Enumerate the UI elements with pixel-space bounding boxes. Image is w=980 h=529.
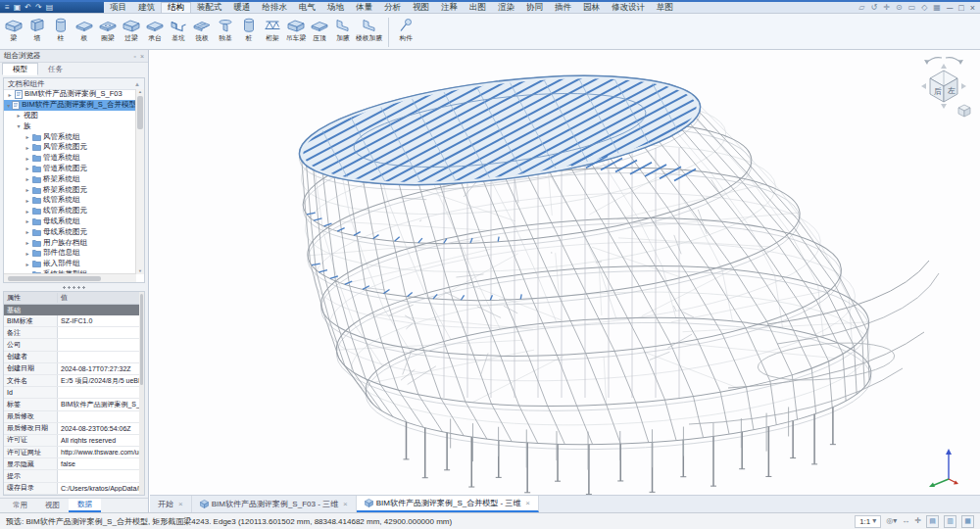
document-tab-2[interactable]: BIM软件产品测评案例_S_合并模型 - 三维× xyxy=(357,496,539,512)
ribbon-tab-7[interactable]: 电气 xyxy=(293,2,321,13)
properties-scrollbar[interactable] xyxy=(139,292,144,495)
ribbon-tab-8[interactable]: 场地 xyxy=(321,2,350,13)
ribbon-button-slab-7[interactable]: 承台 xyxy=(143,16,167,43)
tree-item[interactable]: ▸管道系统组 xyxy=(4,153,136,164)
property-row[interactable]: 许可证网址http://www.thsware.com/uebim/ xyxy=(4,447,144,458)
tree-item[interactable]: ▸线管系统图元 xyxy=(4,206,136,216)
section-tool-icon[interactable]: ◇ xyxy=(921,3,927,13)
ribbon-button-pile-10[interactable]: 独基 xyxy=(214,16,237,43)
tree-item[interactable]: ▸用户族存档组 xyxy=(4,237,136,248)
scrollbar-thumb[interactable] xyxy=(8,276,101,281)
pin-icon[interactable]: ▫ xyxy=(133,53,135,60)
restore-icon[interactable]: □ xyxy=(958,3,963,13)
ribbon-tab-2[interactable]: 建筑 xyxy=(132,2,161,13)
ribbon-button-truss-12[interactable]: 桁架 xyxy=(261,16,284,43)
chevron-right-icon[interactable]: ▸ xyxy=(7,91,13,98)
ribbon-tab-4[interactable]: 装配式 xyxy=(191,2,228,13)
cube-up-arrow-icon[interactable] xyxy=(941,64,947,69)
chevron-right-icon[interactable]: ▸ xyxy=(24,217,30,224)
orbit-tool-icon[interactable]: ↺ xyxy=(871,3,878,13)
ribbon-tab-1[interactable]: 项目 xyxy=(104,2,132,13)
ribbon-tab-9[interactable]: 体量 xyxy=(350,2,378,13)
viewport-canvas[interactable]: 后 左 xyxy=(150,50,980,495)
ribbon-button-wall-2[interactable]: 墙 xyxy=(25,16,49,43)
scroll-up-icon[interactable]: ▲ xyxy=(138,89,142,95)
mini-cube-icon[interactable] xyxy=(958,105,970,117)
ribbon-tab-3[interactable]: 结构 xyxy=(161,2,191,13)
chevron-right-icon[interactable]: ▸ xyxy=(24,250,30,257)
ribbon-button-grid-9[interactable]: 筏板 xyxy=(190,16,214,43)
ribbon-tab-17[interactable]: 园林 xyxy=(577,2,606,13)
zoom-tool-icon[interactable]: ⊙ xyxy=(896,3,903,13)
chevron-right-icon[interactable]: ▸ xyxy=(24,165,30,171)
property-row[interactable]: 创建者 xyxy=(4,352,144,363)
property-row[interactable]: 缓存目录C:/Users/kratos/AppData/Local/... xyxy=(4,483,144,495)
tree-item[interactable]: ▸BIM软件产品测评案例_S_F03 xyxy=(4,89,136,100)
tree-vertical-scrollbar[interactable]: ▲ ▼ xyxy=(135,89,144,274)
tree-horizontal-scrollbar[interactable] xyxy=(4,273,136,282)
close-icon[interactable]: × xyxy=(343,500,348,508)
select-tool-icon[interactable]: ▱ xyxy=(858,3,864,13)
redo-icon[interactable]: ↷ xyxy=(35,4,42,12)
ribbon-tab-14[interactable]: 渲染 xyxy=(492,2,520,13)
chevron-right-icon[interactable]: ▸ xyxy=(24,197,30,204)
ribbon-button-slab-4[interactable]: 板 xyxy=(73,16,96,43)
scale-dropdown[interactable]: 1:1 ▾ xyxy=(855,515,881,528)
collapse-all-icon[interactable]: ▲ xyxy=(134,81,140,87)
chevron-right-icon[interactable]: ▸ xyxy=(24,186,30,193)
chevron-down-icon[interactable]: ▾ xyxy=(16,122,22,129)
document-tab-1[interactable]: BIM软件产品测评案例_S_F03 - 三维× xyxy=(192,496,357,512)
panel-splitter[interactable] xyxy=(0,283,148,291)
cube-right-arrow-icon[interactable] xyxy=(961,83,966,89)
chevron-right-icon[interactable]: ▸ xyxy=(24,133,30,140)
3d-model-wireframe[interactable] xyxy=(150,50,980,495)
wireframe-toggle-icon[interactable]: ▤ xyxy=(926,515,939,528)
ribbon-button-slab-14[interactable]: 压顶 xyxy=(308,16,331,43)
selection-filter-icon[interactable]: ◎▾ xyxy=(886,516,897,526)
ribbon-tab-19[interactable]: 草图 xyxy=(651,2,679,13)
ribbon-tab-6[interactable]: 给排水 xyxy=(257,2,294,13)
ribbon-button-column-11[interactable]: 桩 xyxy=(237,16,261,43)
shaded-toggle-icon[interactable]: ▥ xyxy=(944,515,956,528)
tree-item[interactable]: ▸风管系统图元 xyxy=(4,142,136,153)
ribbon-tab-15[interactable]: 协同 xyxy=(520,2,549,13)
view-cube[interactable]: 后 左 xyxy=(913,54,974,120)
ribbon-tab-12[interactable]: 注释 xyxy=(435,2,464,13)
panel-bottom-tab-3[interactable]: 数据 xyxy=(69,499,101,512)
panel-close-icon[interactable]: × xyxy=(140,53,144,60)
tree-item[interactable]: ▾BIM软件产品测评案例_S_合并模型 xyxy=(4,100,136,111)
ribbon-tab-10[interactable]: 分析 xyxy=(378,2,407,13)
ribbon-tab-5[interactable]: 暖通 xyxy=(228,2,257,13)
print-icon[interactable]: ▤ xyxy=(46,4,54,12)
cube-face-back-label[interactable]: 后 xyxy=(934,87,942,96)
tree-item[interactable]: ▸视图 xyxy=(4,111,136,121)
tree-item[interactable]: ▸线管系统组 xyxy=(4,195,136,206)
move-icon[interactable]: ↔ xyxy=(902,516,909,526)
chevron-right-icon[interactable]: ▸ xyxy=(16,112,22,119)
tree-item[interactable]: ▾族 xyxy=(4,120,136,131)
tree-item[interactable]: ▸风管系统组 xyxy=(4,131,136,142)
property-row[interactable]: 备注 xyxy=(4,327,144,339)
property-row[interactable]: 提示 xyxy=(4,470,144,482)
scrollbar-thumb[interactable] xyxy=(137,96,143,129)
ribbon-tab-13[interactable]: 出图 xyxy=(464,2,492,13)
chevron-right-icon[interactable]: ▸ xyxy=(24,155,30,162)
undo-icon[interactable]: ↶ xyxy=(24,4,31,12)
tree-item[interactable]: ▸桥架系统图元 xyxy=(4,184,136,195)
property-row[interactable]: 最后修改 xyxy=(4,411,144,423)
property-row[interactable]: BIM标准SZ-IFC1.0 xyxy=(4,315,144,327)
close-icon[interactable]: × xyxy=(970,3,975,13)
property-row[interactable]: 显示隐藏false xyxy=(4,458,144,470)
close-icon[interactable]: × xyxy=(525,499,530,507)
start-tab[interactable]: 开始× xyxy=(150,496,192,512)
property-row[interactable]: 创建日期2024-08-17T07:27:32Z xyxy=(4,363,144,375)
rotate-ccw-arrow-icon[interactable] xyxy=(926,58,942,63)
panel-bottom-tab-1[interactable]: 常用 xyxy=(4,499,36,512)
tree-item[interactable]: ▸部件信息组 xyxy=(4,248,136,259)
panel-bottom-tab-2[interactable]: 视图 xyxy=(36,499,69,512)
property-row[interactable]: 许可证All rights reserved xyxy=(4,435,144,447)
rotate-cw-arrow-icon[interactable] xyxy=(946,58,961,63)
browser-tab-2[interactable]: 任务 xyxy=(38,63,73,75)
ribbon-button-pin-1[interactable]: 构件 xyxy=(394,16,417,43)
ribbon-button-angle-15[interactable]: 加腋 xyxy=(331,16,355,43)
